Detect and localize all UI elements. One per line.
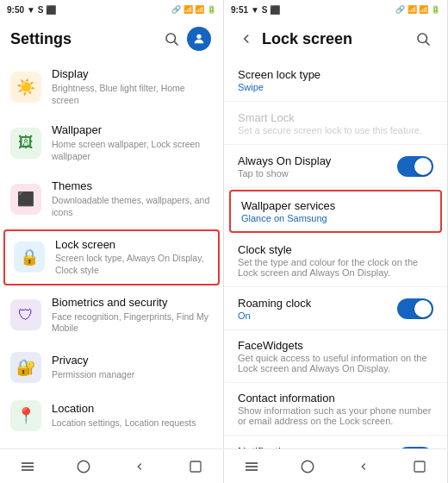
always-on-display-title: Always On Display (238, 154, 397, 167)
svg-rect-7 (190, 461, 201, 472)
themes-icon: ⬛ (10, 184, 41, 215)
recent-apps-button-right[interactable] (234, 453, 269, 480)
right-item-clock-style[interactable]: Clock style Set the type and colour for … (224, 235, 447, 287)
item-title-themes: Themes (52, 179, 213, 194)
sidebar-item-location[interactable]: 📍 Location Location settings, Location r… (0, 392, 223, 440)
smart-lock-title: Smart Lock (238, 111, 433, 124)
svg-rect-14 (414, 461, 425, 472)
item-subtitle-display: Brightness, Blue light filter, Home scre… (52, 83, 213, 106)
home-button-left[interactable] (66, 453, 101, 480)
right-item-roaming-clock[interactable]: Roaming clock On (224, 287, 447, 330)
status-time-right: 9:51 ▼ S ⬛ (231, 5, 280, 15)
overview-button-right[interactable] (402, 453, 437, 480)
item-subtitle-lockscreen: Screen lock type, Always On Display, Clo… (55, 253, 209, 276)
clock-style-title: Clock style (238, 243, 433, 256)
item-subtitle-biometrics: Face recognition, Fingerprints, Find My … (52, 311, 213, 335)
top-bar-right: Lock screen (224, 19, 447, 59)
right-item-smart-lock[interactable]: Smart Lock Set a secure screen lock to u… (224, 102, 447, 145)
svg-point-8 (418, 34, 427, 43)
screen-lock-type-title: Screen lock type (238, 68, 433, 81)
top-bar-left: Settings (0, 19, 223, 59)
sidebar-item-accounts[interactable]: ☁️ Accounts and backup Samsung Cloud, Sm… (0, 440, 223, 448)
item-title-display: Display (52, 67, 213, 82)
item-title-location: Location (52, 402, 213, 417)
left-panel: 9:50 ▼ S ⬛ 🔗 📶 📶 🔋 Settings ☀️ Display B… (0, 0, 224, 483)
status-icons-left: ▼ S ⬛ (27, 5, 56, 15)
sidebar-item-lockscreen[interactable]: 🔒 Lock screen Screen lock type, Always O… (3, 229, 220, 285)
right-item-contact-info[interactable]: Contact information Show information suc… (224, 383, 447, 436)
status-right-left: 🔗 📶 📶 🔋 (171, 5, 216, 14)
status-right-right: 🔗 📶 📶 🔋 (395, 5, 440, 14)
back-button-right[interactable] (346, 453, 381, 480)
time-right: 9:51 (231, 5, 248, 15)
bottom-nav-left (0, 448, 223, 483)
search-button-right[interactable] (409, 25, 437, 53)
right-item-wallpaper-services[interactable]: Wallpaper services Glance on Samsung (229, 190, 442, 233)
screen-lock-type-subtitle: Swipe (238, 82, 433, 92)
roaming-clock-title: Roaming clock (238, 297, 397, 310)
item-title-wallpaper: Wallpaper (52, 123, 213, 138)
avatar (187, 27, 211, 51)
right-item-always-on-display[interactable]: Always On Display Tap to show (224, 145, 447, 188)
home-button-right[interactable] (290, 453, 325, 480)
right-item-screen-lock-type[interactable]: Screen lock type Swipe (224, 59, 447, 102)
wallpaper-services-subtitle: Glance on Samsung (241, 213, 430, 223)
facewidgets-title: FaceWidgets (238, 339, 433, 352)
recent-apps-button-left[interactable] (10, 453, 45, 480)
facewidgets-subtitle: Get quick access to useful information o… (238, 353, 433, 373)
smart-lock-subtitle: Set a secure screen lock to use this fea… (238, 125, 433, 135)
item-title-lockscreen: Lock screen (55, 238, 209, 253)
avatar-button[interactable] (185, 25, 213, 53)
privacy-icon: 🔐 (10, 352, 41, 383)
item-subtitle-themes: Downloadable themes, wallpapers, and ico… (52, 195, 213, 218)
page-title-left: Settings (10, 30, 158, 48)
roaming-clock-toggle[interactable] (397, 298, 433, 319)
right-item-facewidgets[interactable]: FaceWidgets Get quick access to useful i… (224, 330, 447, 383)
svg-line-1 (174, 41, 177, 45)
status-bar-right: 9:51 ▼ S ⬛ 🔗 📶 📶 🔋 (224, 0, 447, 19)
status-time-left: 9:50 ▼ S ⬛ (7, 5, 56, 15)
roaming-clock-subtitle: On (238, 310, 397, 321)
page-title-right: Lock screen (262, 30, 409, 48)
lock-icon: 🔒 (14, 242, 45, 273)
search-button-left[interactable] (158, 25, 185, 53)
contact-info-subtitle: Show information such as your phone numb… (238, 405, 433, 426)
item-title-biometrics: Biometrics and security (52, 296, 213, 310)
display-icon: ☀️ (10, 72, 41, 103)
item-subtitle-location: Location settings, Location requests (52, 417, 213, 430)
sidebar-item-display[interactable]: ☀️ Display Brightness, Blue light filter… (0, 59, 223, 115)
status-icons-right: ▼ S ⬛ (251, 5, 280, 15)
right-item-notifications[interactable]: Notifications On (224, 436, 447, 448)
svg-point-0 (166, 34, 176, 43)
back-nav-button[interactable] (234, 27, 258, 51)
svg-point-2 (196, 34, 201, 39)
item-subtitle-privacy: Permission manager (52, 369, 213, 381)
status-bar-left: 9:50 ▼ S ⬛ 🔗 📶 📶 🔋 (0, 0, 223, 19)
svg-point-6 (78, 461, 90, 473)
sidebar-item-privacy[interactable]: 🔐 Privacy Permission manager (0, 343, 223, 392)
toggle-knob-notifications (414, 448, 432, 449)
time-left: 9:50 (7, 5, 24, 15)
right-panel: 9:51 ▼ S ⬛ 🔗 📶 📶 🔋 Lock screen Screen lo… (224, 0, 448, 483)
location-icon: 📍 (10, 400, 41, 431)
sidebar-item-wallpaper[interactable]: 🖼 Wallpaper Home screen wallpaper, Lock … (0, 115, 223, 171)
sidebar-item-biometrics[interactable]: 🛡 Biometrics and security Face recogniti… (0, 287, 223, 343)
item-subtitle-wallpaper: Home screen wallpaper, Lock screen wallp… (52, 139, 213, 162)
always-on-display-toggle[interactable] (397, 156, 433, 177)
item-title-privacy: Privacy (52, 354, 213, 368)
biometrics-icon: 🛡 (10, 299, 41, 330)
toggle-knob (414, 158, 432, 175)
contact-info-title: Contact information (238, 392, 433, 405)
overview-button-left[interactable] (178, 453, 213, 480)
svg-line-9 (426, 41, 429, 45)
toggle-knob-roaming (414, 300, 432, 317)
lockscreen-settings-list: Screen lock type Swipe Smart Lock Set a … (224, 59, 447, 448)
wallpaper-icon: 🖼 (10, 128, 41, 159)
wallpaper-services-title: Wallpaper services (241, 199, 430, 212)
bottom-nav-right (224, 448, 447, 483)
notifications-toggle[interactable] (397, 447, 433, 449)
sidebar-item-themes[interactable]: ⬛ Themes Downloadable themes, wallpapers… (0, 171, 223, 227)
svg-point-13 (302, 461, 314, 473)
back-button-left[interactable] (122, 453, 157, 480)
clock-style-subtitle: Set the type and colour for the clock on… (238, 257, 433, 278)
